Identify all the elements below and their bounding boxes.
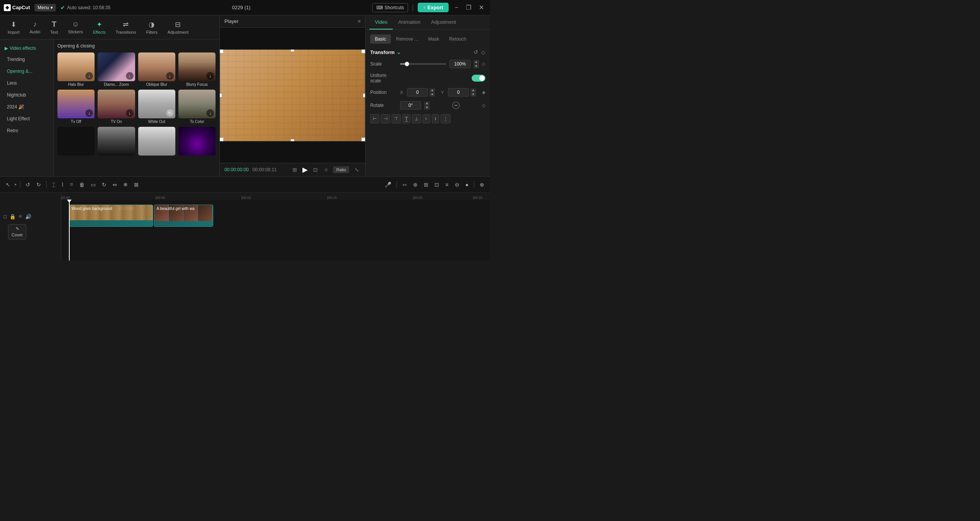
align-center-v-btn[interactable]: ⊥ — [412, 114, 421, 123]
select-tool[interactable]: ↖ — [4, 180, 12, 189]
handle-tr[interactable] — [361, 49, 365, 53]
effect-row3b[interactable] — [98, 127, 135, 157]
x-up-btn[interactable]: ▲ — [430, 88, 435, 92]
rotate-down-btn[interactable]: ▼ — [424, 106, 430, 110]
captions-btn[interactable]: ⊡ — [433, 180, 441, 189]
delete-btn[interactable]: 🗑 — [77, 180, 87, 189]
crop-btn[interactable]: ⌗ — [68, 180, 75, 189]
uniform-scale-toggle[interactable] — [472, 75, 485, 82]
player-menu-icon[interactable]: ≡ — [358, 18, 361, 24]
undo-icon[interactable]: ↺ — [474, 49, 478, 55]
handle-tl[interactable] — [220, 49, 224, 53]
tool-filters[interactable]: ◑ Filters — [142, 19, 161, 36]
sidebar-item-nightclub[interactable]: Nightclub — [2, 89, 52, 101]
zoom-out-btn[interactable]: ⊖ — [453, 180, 461, 189]
y-down-btn[interactable]: ▼ — [470, 93, 476, 97]
subtab-remove[interactable]: Remove ... — [392, 34, 423, 44]
tool-stickers[interactable]: ☺ Stickers — [64, 19, 87, 36]
grid-view-icon[interactable]: ⊞ — [291, 166, 299, 174]
scale-down-btn[interactable]: ▼ — [474, 64, 479, 68]
subtab-retouch[interactable]: Retouch — [444, 34, 471, 44]
effect-row3c[interactable] — [138, 127, 175, 157]
sidebar-item-retro[interactable]: Retro — [2, 125, 52, 136]
mic-btn[interactable]: 🎤 — [383, 180, 393, 189]
copy-btn[interactable]: ▭ — [89, 180, 98, 189]
tool-import[interactable]: ⬇ Import — [4, 19, 23, 36]
y-up-btn[interactable]: ▲ — [470, 88, 476, 92]
align-center-h-btn[interactable]: ⊣ — [381, 114, 390, 123]
handle-bl[interactable] — [220, 138, 224, 141]
rotate-dial[interactable] — [452, 102, 460, 109]
link-btn[interactable]: ⇿ — [400, 180, 409, 189]
effect-row3a[interactable] — [57, 127, 95, 157]
undo-btn[interactable]: ↺ — [24, 180, 32, 189]
scale-value[interactable]: 100% — [449, 60, 470, 68]
effect-tv-on[interactable]: ↓ TV On — [98, 90, 135, 124]
subtab-basic[interactable]: Basic — [370, 34, 390, 44]
rotate-keyframe-icon[interactable]: ◇ — [482, 103, 485, 108]
volume-icon[interactable]: 🔊 — [25, 214, 31, 220]
split-btn[interactable]: ⌶ — [50, 180, 57, 189]
handle-bottom[interactable] — [291, 139, 294, 141]
tab-video[interactable]: Video — [369, 15, 393, 29]
eye-icon[interactable]: 👁 — [18, 214, 23, 220]
subtitle-btn[interactable]: ≡ — [443, 180, 450, 189]
restore-button[interactable]: ❐ — [464, 3, 474, 12]
sidebar-item-2024[interactable]: 2024 🎉 — [2, 101, 52, 113]
tab-adjustment[interactable]: Adjustment — [426, 15, 461, 29]
clip-girl[interactable]: A beautiful girl with wa — [154, 205, 213, 227]
diamond-keyframe-icon[interactable]: ◇ — [481, 49, 485, 55]
effect-diamond-zoom[interactable]: ↓ Diamo... Zoom — [98, 52, 135, 87]
playhead[interactable] — [69, 200, 70, 260]
crop-icon[interactable]: ⌗ — [323, 166, 329, 174]
tool-audio[interactable]: ♪ Audio — [26, 19, 44, 36]
position-y-value[interactable]: 0 — [448, 88, 469, 97]
magnet-btn[interactable]: ⊕ — [411, 180, 420, 189]
tool-effects[interactable]: ✦ Effects — [89, 19, 109, 36]
subtab-mask[interactable]: Mask — [424, 34, 444, 44]
align-right-btn[interactable]: ⊤ — [392, 114, 401, 123]
align-top-btn[interactable]: T̲ — [402, 114, 410, 123]
select-dropdown[interactable]: ▾ — [15, 182, 16, 187]
handle-right[interactable] — [363, 93, 365, 97]
export-button[interactable]: ↑ Export — [418, 3, 449, 12]
rotate-value[interactable]: 0° — [400, 101, 421, 110]
redo-btn[interactable]: ↻ — [34, 180, 43, 189]
effect-halo-blur[interactable]: ↓ Halo Blur — [57, 52, 95, 87]
align-left-btn[interactable]: ⊢ — [370, 114, 379, 123]
tool-transitions[interactable]: ⇌ Transitions — [112, 19, 140, 36]
align-distribute-v-btn[interactable]: ⋮ — [441, 114, 451, 123]
rotate-up-btn[interactable]: ▲ — [424, 102, 430, 105]
effect-white-out[interactable]: ↻ White Out — [138, 90, 175, 124]
effect-tv-off[interactable]: ↓ Tv Off — [57, 90, 95, 124]
ratio-button[interactable]: Ratio — [333, 166, 349, 173]
close-button[interactable]: ✕ — [477, 3, 486, 12]
sidebar-item-trending[interactable]: Trending — [2, 54, 52, 65]
position-keyframe-icon[interactable]: ◈ — [482, 90, 485, 95]
clip-wood[interactable]: Wood grain background 00:00:05: — [69, 205, 153, 227]
handle-top[interactable] — [291, 49, 294, 52]
handle-br[interactable] — [361, 138, 365, 141]
loop-btn[interactable]: ↻ — [100, 180, 108, 189]
scale-slider[interactable] — [400, 63, 446, 65]
trim-btn[interactable]: ⌇ — [59, 180, 66, 189]
tool-text[interactable]: T Text — [46, 18, 62, 36]
scale-keyframe-icon[interactable]: ◇ — [482, 61, 485, 67]
minimize-button[interactable]: − — [452, 3, 461, 12]
fullscreen-icon[interactable]: ⊡ — [312, 166, 319, 174]
lock-icon[interactable]: 🔒 — [10, 214, 16, 220]
scale-up-btn[interactable]: ▲ — [474, 60, 479, 64]
effect-blurry-focus[interactable]: ↓ Blurry Focus — [178, 52, 216, 87]
flip-h-btn[interactable]: ⇔ — [111, 180, 119, 189]
effect-oblique-blur[interactable]: ↓ Oblique Blur — [138, 52, 175, 87]
crop2-btn[interactable]: ⊠ — [132, 180, 140, 189]
handle-left[interactable] — [220, 93, 222, 97]
snap-btn[interactable]: ⊞ — [422, 180, 430, 189]
play-button[interactable]: ▶ — [302, 165, 308, 174]
color-btn[interactable]: ● — [464, 180, 470, 189]
tab-animation[interactable]: Animation — [393, 15, 426, 29]
shortcuts-button[interactable]: ⌨ Shortcuts — [372, 3, 408, 12]
scene-icon[interactable]: ⊡ — [3, 214, 7, 220]
x-down-btn[interactable]: ▼ — [430, 93, 435, 97]
position-x-value[interactable]: 0 — [407, 88, 428, 97]
